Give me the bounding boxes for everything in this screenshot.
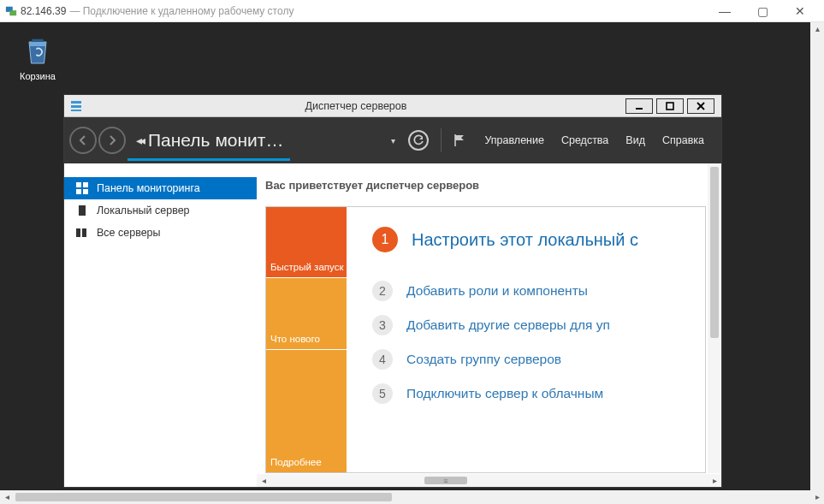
- rdp-minimize-button[interactable]: —: [706, 0, 744, 22]
- scroll-left-button[interactable]: ◂: [257, 476, 270, 485]
- sm-maximize-button[interactable]: [656, 98, 684, 114]
- scroll-left-button[interactable]: ◂: [0, 490, 14, 504]
- task-create-group[interactable]: 4 Создать группу серверов: [372, 342, 705, 377]
- menu-view[interactable]: Вид: [617, 131, 654, 150]
- rdp-close-button[interactable]: ✕: [781, 0, 819, 22]
- server-manager-titlebar[interactable]: Диспетчер серверов: [64, 95, 721, 117]
- server-manager-icon: [69, 99, 83, 113]
- outer-horizontal-scrollbar[interactable]: ◂ ▸: [0, 490, 824, 504]
- task-add-servers[interactable]: 3 Добавить другие серверы для уп: [372, 308, 705, 342]
- svg-rect-4: [71, 110, 81, 111]
- breadcrumb[interactable]: ◂◂ Панель монит…: [136, 130, 283, 151]
- server-manager-title: Диспетчер серверов: [88, 100, 624, 112]
- recycle-bin-icon: [20, 33, 56, 68]
- whats-new-block[interactable]: Что нового: [266, 277, 347, 349]
- server-manager-toolbar: ◂◂ Панель монит… ▾ Управление Средства В…: [64, 117, 721, 163]
- svg-rect-12: [76, 189, 81, 194]
- task-label: Подключить сервер к облачным: [406, 386, 603, 401]
- task-add-roles[interactable]: 2 Добавить роли и компоненты: [372, 274, 705, 308]
- recycle-bin[interactable]: Корзина: [12, 33, 63, 81]
- recycle-bin-label: Корзина: [12, 71, 63, 81]
- scrollbar-thumb[interactable]: [15, 493, 392, 501]
- all-servers-icon: [76, 227, 88, 239]
- task-number-badge: 3: [372, 315, 393, 335]
- rdp-titlebar: 82.146.39 — Подключение к удаленному раб…: [0, 0, 824, 22]
- sm-minimize-button[interactable]: [625, 98, 653, 114]
- svg-rect-15: [76, 228, 80, 237]
- task-label: Создать группу серверов: [406, 352, 561, 367]
- sidebar-item-dashboard[interactable]: Панель мониторинга: [64, 177, 257, 199]
- task-configure-local[interactable]: 1 Настроить этот локальный с: [372, 222, 705, 257]
- remote-desktop: Корзина Диспетчер серверов ◂◂ Панель мон…: [0, 22, 810, 490]
- nav-forward-button[interactable]: [98, 127, 126, 154]
- svg-rect-14: [79, 205, 86, 216]
- sidebar-item-local-server[interactable]: Локальный сервер: [64, 199, 257, 222]
- breadcrumb-label: Панель монит…: [148, 130, 283, 151]
- sidebar-item-label: Локальный сервер: [97, 205, 190, 216]
- quickstart-block[interactable]: Быстрый запуск: [266, 207, 347, 277]
- tasks-list: 1 Настроить этот локальный с 2 Добавить …: [347, 207, 705, 472]
- svg-rect-16: [82, 228, 86, 237]
- learn-more-block[interactable]: Подробнее: [266, 349, 347, 472]
- svg-rect-3: [71, 105, 81, 108]
- svg-rect-13: [83, 189, 88, 194]
- svg-rect-6: [667, 103, 673, 110]
- task-number-badge: 2: [372, 281, 393, 301]
- svg-rect-11: [83, 182, 88, 187]
- task-number-badge: 4: [372, 349, 393, 370]
- content-horizontal-scrollbar[interactable]: ◂ ▸: [257, 474, 721, 487]
- content-vertical-scrollbar[interactable]: [708, 163, 721, 473]
- sidebar: Панель мониторинга Локальный сервер Все …: [64, 163, 257, 487]
- outer-vertical-scrollbar[interactable]: ▴: [810, 22, 824, 490]
- menu-manage[interactable]: Управление: [476, 131, 553, 150]
- rdp-subtitle: — Подключение к удаленному рабочему стол…: [69, 5, 293, 17]
- scrollbar-track[interactable]: [14, 490, 810, 504]
- task-connect-cloud[interactable]: 5 Подключить сервер к облачным: [372, 377, 705, 411]
- task-number-badge: 1: [372, 227, 398, 252]
- rdp-icon: [5, 5, 17, 17]
- welcome-panel: Быстрый запуск Что нового Подробнее 1 На…: [265, 206, 706, 473]
- welcome-heading: Вас приветствует диспетчер серверов: [257, 163, 721, 204]
- toolbar-separator: [441, 128, 442, 152]
- svg-rect-1: [9, 10, 16, 15]
- task-label: Добавить роли и компоненты: [406, 283, 588, 299]
- nav-back-button[interactable]: [69, 127, 97, 154]
- breadcrumb-dropdown[interactable]: ▾: [388, 135, 398, 145]
- scrollbar-thumb[interactable]: [710, 167, 719, 338]
- sidebar-item-label: Все серверы: [97, 227, 161, 239]
- menu-tools[interactable]: Средства: [553, 131, 617, 150]
- task-label: Настроить этот локальный с: [412, 230, 638, 250]
- rdp-ip: 82.146.39: [21, 5, 66, 17]
- svg-rect-10: [76, 182, 81, 187]
- sm-close-button[interactable]: [687, 98, 714, 114]
- breadcrumb-arrows-icon: ◂◂: [136, 133, 143, 147]
- task-number-badge: 5: [372, 383, 393, 404]
- dashboard-icon: [76, 182, 88, 194]
- sidebar-item-label: Панель мониторинга: [97, 182, 200, 194]
- sidebar-item-all-servers[interactable]: Все серверы: [64, 222, 257, 244]
- task-label: Добавить другие серверы для уп: [406, 317, 610, 333]
- scroll-right-button[interactable]: ▸: [810, 490, 824, 504]
- scrollbar-track[interactable]: [270, 474, 708, 487]
- server-icon: [76, 205, 88, 216]
- scroll-up-button[interactable]: ▴: [810, 22, 824, 36]
- scrollbar-thumb[interactable]: [424, 477, 467, 484]
- svg-rect-2: [71, 101, 81, 104]
- menu-help[interactable]: Справка: [654, 131, 713, 150]
- notifications-flag-icon[interactable]: [452, 133, 467, 148]
- rdp-maximize-button[interactable]: ▢: [744, 0, 781, 22]
- quickstart-column: Быстрый запуск Что нового Подробнее: [266, 207, 347, 472]
- refresh-button[interactable]: [408, 130, 429, 151]
- scroll-right-button[interactable]: ▸: [708, 476, 721, 485]
- content-area: Вас приветствует диспетчер серверов Быст…: [257, 163, 721, 487]
- server-manager-window: Диспетчер серверов ◂◂ Панель монит… ▾: [63, 94, 722, 488]
